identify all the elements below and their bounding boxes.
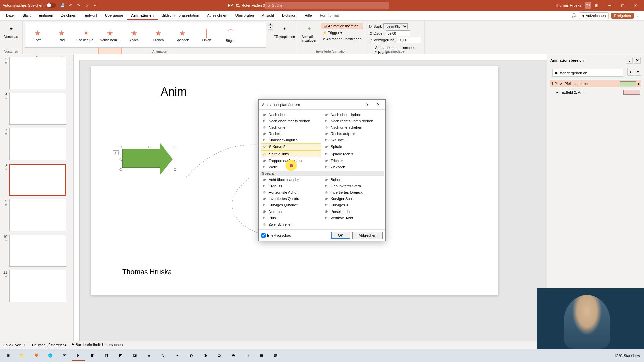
start-select[interactable]: Beim Klicken	[383, 23, 408, 29]
move-up-icon[interactable]: ▴	[627, 68, 634, 76]
path-option[interactable]: ⟳Pinselstrich	[323, 208, 383, 215]
tab-dictation[interactable]: Dictation	[278, 11, 301, 20]
author-text[interactable]: Thomas Hruska	[122, 268, 172, 276]
duration-input[interactable]	[386, 30, 410, 36]
animation-order-tag[interactable]: 1	[113, 150, 119, 155]
app-icon[interactable]: ◓	[227, 350, 240, 361]
app-icon[interactable]: ◧	[86, 350, 99, 361]
tab-formformat[interactable]: Formformat	[316, 11, 343, 20]
path-option[interactable]: ⟳Kurviges X	[323, 202, 383, 208]
path-option[interactable]: ⟳Plus	[261, 215, 321, 221]
effect-options-button[interactable]: ✦Effektoptionen	[274, 22, 294, 40]
path-option[interactable]: ⟳Nach unten	[261, 124, 321, 130]
tab-entwurf[interactable]: Entwurf	[80, 11, 101, 20]
scroll-down-icon[interactable]: ▾	[268, 26, 273, 29]
timing-bar[interactable]	[623, 90, 640, 95]
thumbnail-slide-5[interactable]: 5★	[1, 57, 72, 89]
path-option[interactable]: ⟳Neutron	[261, 208, 321, 215]
comments-icon[interactable]: 💬	[572, 13, 576, 18]
gallery-scroll[interactable]: ▴▾⌄	[268, 22, 273, 33]
path-option[interactable]: ⟳Welle	[261, 164, 321, 170]
gallery-item[interactable]: ★Springen	[171, 23, 194, 47]
app-icon[interactable]: ◨	[100, 350, 113, 361]
app-icon[interactable]: ◑	[199, 350, 212, 361]
windows-taskbar[interactable]: ⊞ 📁 🦊 🌐 ✉ P ◧ ◨ ◩ ◪ ● N ✈ ◐ ◑ ◒ ◓ e ▦ ▩ …	[0, 349, 644, 362]
outlook-icon[interactable]: ✉	[58, 350, 71, 361]
path-option[interactable]: ⟳Bohne	[323, 177, 383, 183]
item-menu-icon[interactable]: ▾	[638, 82, 640, 86]
path-option[interactable]: ⟳Treppen nach unten	[261, 158, 321, 164]
path-option[interactable]: ⟳Nach oben rechts drehen	[261, 118, 321, 124]
animation-item-2[interactable]: ✦ Textfeld 2: An...	[550, 89, 641, 96]
preview-check-input[interactable]	[261, 233, 266, 238]
gallery-item[interactable]: ★Verkleinern...	[98, 23, 122, 47]
app-icon[interactable]: ▦	[255, 350, 268, 361]
tab-datei[interactable]: Datei	[2, 11, 19, 20]
ok-button[interactable]: OK	[331, 232, 350, 239]
path-option[interactable]: ⟳Gepunkteter Stern	[323, 183, 383, 189]
gallery-item[interactable]: ⌒Bögen	[219, 23, 243, 47]
dialog-close-icon[interactable]: ✕	[374, 102, 382, 107]
tab-überprüfen[interactable]: Überprüfen	[231, 11, 258, 20]
path-option[interactable]: ⟳Acht übereinander	[261, 177, 321, 183]
save-icon[interactable]: 💾	[60, 3, 65, 8]
path-option[interactable]: ⟳Spirale	[323, 143, 383, 150]
start-icon[interactable]: ▷	[84, 3, 90, 8]
animation-pane-button[interactable]: ▤Animationsbereich	[321, 23, 363, 29]
path-option[interactable]: ⟳Sinusschwingung	[261, 137, 321, 143]
tab-zeichnen[interactable]: Zeichnen	[57, 11, 80, 20]
path-option[interactable]: ⟳Horizontale Acht	[261, 189, 321, 195]
timing-bar[interactable]	[620, 81, 636, 86]
animation-painter-button[interactable]: ✐ Animation übertragen	[321, 36, 363, 42]
gallery-item[interactable]: ✦Zufällige Ba...	[74, 23, 98, 47]
accessibility-status[interactable]: ⚑ Barrierefreiheit: Untersuchen	[71, 343, 123, 347]
pane-close-icon[interactable]: ✕	[634, 57, 641, 64]
powerpoint-icon[interactable]: P	[72, 350, 85, 361]
explorer-icon[interactable]: 📁	[15, 350, 29, 361]
collapse-ribbon-icon[interactable]: ⌄	[636, 13, 639, 18]
search-box[interactable]: ⌕ Suchen	[265, 2, 389, 9]
app-icon[interactable]: ▩	[269, 350, 282, 361]
help-icon[interactable]: ?	[363, 102, 371, 107]
onenote-icon[interactable]: N	[156, 350, 170, 361]
cancel-button[interactable]: Abbrechen	[352, 232, 383, 239]
gallery-item[interactable]: ★Form	[26, 23, 49, 47]
start-button[interactable]: ⊞	[1, 350, 15, 361]
gallery-item[interactable]: │Linien	[195, 23, 218, 47]
path-option[interactable]: ⟳Zickzack	[323, 164, 383, 170]
thumbnail-slide-11[interactable]: 11★	[1, 270, 72, 302]
thumbnail-slide-10[interactable]: 10★	[1, 235, 72, 267]
path-option[interactable]: ⟳S-Kurve 1	[323, 137, 383, 143]
dialog-titlebar[interactable]: Animationspfad ändern ?✕	[259, 100, 385, 110]
preview-button[interactable]: ★Vorschau	[1, 22, 21, 40]
path-option[interactable]: ⟳Erdnuss	[261, 183, 321, 189]
tab-start[interactable]: Start	[19, 11, 35, 20]
gallery-item[interactable]: ★Drehen	[147, 23, 170, 47]
autosave-toggle[interactable]: Automatisches Speichern	[3, 3, 56, 8]
slide-title[interactable]: Anim	[161, 85, 187, 99]
tab-einfügen[interactable]: Einfügen	[35, 11, 57, 20]
toggle-switch[interactable]	[47, 3, 56, 8]
redo-icon[interactable]: ↷	[76, 3, 82, 8]
preview-checkbox[interactable]: Effektvorschau	[261, 233, 291, 238]
delay-input[interactable]	[397, 37, 421, 43]
ribbon-options-icon[interactable]: ⊞	[595, 3, 598, 8]
scroll-up-icon[interactable]: ▴	[268, 22, 273, 26]
gallery-item[interactable]: ★Rad	[50, 23, 73, 47]
app-icon[interactable]: ◩	[114, 350, 127, 361]
user-avatar[interactable]: TH	[585, 2, 591, 9]
telegram-icon[interactable]: ✈	[170, 350, 184, 361]
dialog-body[interactable]: ⟳Nach oben⟳Nach oben drehen⟳Nach oben re…	[259, 110, 385, 229]
edge-icon[interactable]: e	[241, 350, 254, 361]
path-option[interactable]: ⟳Trichter	[323, 158, 383, 164]
animation-item-1[interactable]: 1🖱↗ Pfeil: nach rec... ▾	[550, 80, 641, 87]
path-option[interactable]: ⟳Rechts aufprallen	[323, 131, 383, 137]
play-from-button[interactable]: ▶Wiedergeben ab	[552, 69, 623, 77]
tab-ansicht[interactable]: Ansicht	[258, 11, 278, 20]
app-icon[interactable]: ◒	[213, 350, 226, 361]
more-icon[interactable]: ▾	[92, 3, 98, 8]
close-icon[interactable]: ✕	[629, 1, 641, 9]
gallery-expand-icon[interactable]: ⌄	[268, 29, 273, 33]
app-icon[interactable]: ◪	[128, 350, 142, 361]
add-animation-button[interactable]: ✚Animation hinzufügen	[299, 22, 319, 44]
